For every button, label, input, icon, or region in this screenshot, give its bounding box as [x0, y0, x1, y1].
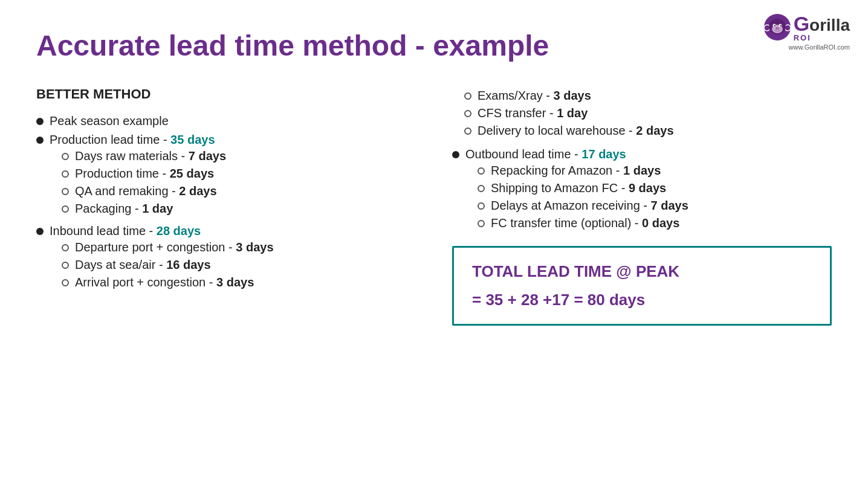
sub-item-text: Exams/Xray - 3 days — [478, 89, 591, 103]
sub-list-item: FC transfer time (optional) - 0 days — [478, 216, 832, 230]
sub-value: 1 days — [623, 164, 661, 177]
sub-item-text: Shipping to Amazon FC - 9 days — [491, 181, 666, 195]
circle-icon — [62, 153, 69, 160]
sub-value: 16 days — [166, 258, 210, 271]
sub-item-text: Days raw materials - 7 days — [75, 149, 226, 163]
sub-item-text: QA and remaking - 2 days — [75, 184, 217, 198]
main-list: Peak season example Production lead time… — [36, 114, 416, 293]
inbound-continued-list: Exams/Xray - 3 days CFS transfer - 1 day… — [464, 89, 832, 138]
sub-list: Repacking for Amazon - 1 days Shipping t… — [478, 164, 832, 230]
sub-value: 7 days — [651, 199, 688, 212]
circle-icon — [478, 167, 485, 175]
total-box-formula: = 35 + 28 +17 = 80 days — [472, 291, 812, 309]
bullet-icon — [36, 137, 44, 144]
sub-item-text: Delays at Amazon receiving - 7 days — [491, 199, 688, 213]
sub-list-item: Packaging - 1 day — [62, 202, 416, 216]
logo-roi: ROI — [794, 33, 811, 42]
sub-list: Departure port + congestion - 3 days Day… — [62, 240, 416, 289]
sub-list-item: Shipping to Amazon FC - 9 days — [478, 181, 832, 195]
sub-value: 3 days — [216, 276, 254, 289]
sub-list-item: Production time - 25 days — [62, 167, 416, 181]
right-column: Exams/Xray - 3 days CFS transfer - 1 day… — [452, 86, 832, 326]
circle-icon — [62, 205, 69, 213]
svg-point-7 — [774, 25, 775, 26]
item-text: Peak season example — [50, 114, 416, 128]
logo-url: www.GorillaROI.com — [789, 44, 850, 51]
sub-value: 7 days — [189, 149, 226, 163]
total-box-title: TOTAL LEAD TIME @ PEAK — [472, 262, 812, 281]
logo-text: G orilla — [794, 12, 850, 36]
sub-list-item: Days raw materials - 7 days — [62, 149, 416, 163]
list-item: Outbound lead time - 17 days Repacking f… — [452, 147, 832, 234]
list-item: Peak season example — [36, 114, 416, 128]
sub-item-text: Repacking for Amazon - 1 days — [491, 164, 661, 178]
sub-list-item: Departure port + congestion - 3 days — [62, 240, 416, 254]
sub-list-item: Exams/Xray - 3 days — [464, 89, 832, 103]
sub-item-text: Packaging - 1 day — [75, 202, 173, 216]
logo-area: G orilla ROI www.GorillaROI.com — [763, 12, 850, 51]
left-column: BETTER METHOD Peak season example Produc… — [36, 86, 416, 326]
sub-list: Days raw materials - 7 days Production t… — [62, 149, 416, 216]
sub-value: 25 days — [170, 167, 214, 180]
sub-value: 3 days — [236, 240, 273, 254]
circle-icon — [464, 92, 471, 100]
page-title: Accurate lead time method - example — [36, 30, 832, 62]
circle-icon — [62, 279, 69, 286]
sub-list-item: Arrival port + congestion - 3 days — [62, 276, 416, 289]
circle-icon — [478, 220, 485, 227]
bullet-icon — [36, 118, 44, 125]
bullet-icon — [36, 228, 44, 235]
value-bold: 28 days — [157, 224, 201, 237]
circle-icon — [62, 170, 69, 178]
item-text: Outbound lead time - 17 days Repacking f… — [465, 147, 832, 234]
sub-item-text: Arrival port + congestion - 3 days — [75, 276, 254, 289]
sub-item-text: CFS transfer - 1 day — [478, 106, 588, 120]
content-grid: BETTER METHOD Peak season example Produc… — [36, 86, 832, 326]
gorilla-icon — [763, 13, 791, 41]
svg-point-8 — [780, 25, 781, 26]
sub-list-item: Delays at Amazon receiving - 7 days — [478, 199, 832, 213]
sub-value: 1 day — [142, 202, 173, 215]
circle-icon — [478, 202, 485, 210]
section-title: BETTER METHOD — [36, 86, 416, 102]
value-bold: 17 days — [581, 147, 626, 161]
list-item: Inbound lead time - 28 days Departure po… — [36, 224, 416, 293]
circle-icon — [478, 185, 485, 192]
logo-top: G orilla ROI — [763, 12, 850, 42]
sub-list-item: Days at sea/air - 16 days — [62, 258, 416, 272]
sub-list-item: Delivery to local warehouse - 2 days — [464, 124, 832, 138]
sub-list-item: CFS transfer - 1 day — [464, 106, 832, 120]
sub-item-text: Delivery to local warehouse - 2 days — [478, 124, 674, 138]
svg-point-9 — [776, 27, 779, 30]
sub-value: 3 days — [554, 89, 591, 102]
sub-list-item: Repacking for Amazon - 1 days — [478, 164, 832, 178]
sub-item-text: Production time - 25 days — [75, 167, 214, 181]
circle-icon — [62, 262, 69, 269]
sub-value: 2 days — [179, 184, 216, 198]
circle-icon — [464, 127, 471, 135]
sub-item-text: Departure port + congestion - 3 days — [75, 240, 274, 254]
sub-item-text: Days at sea/air - 16 days — [75, 258, 211, 272]
circle-icon — [62, 244, 69, 251]
circle-icon — [464, 110, 471, 117]
sub-value: 0 days — [642, 216, 679, 230]
item-text: Production lead time - 35 days Days raw … — [50, 133, 416, 219]
bullet-icon — [452, 151, 459, 158]
item-text: Inbound lead time - 28 days Departure po… — [50, 224, 416, 293]
value-bold: 35 days — [170, 133, 215, 146]
total-box: TOTAL LEAD TIME @ PEAK = 35 + 28 +17 = 8… — [452, 246, 832, 326]
list-item: Production lead time - 35 days Days raw … — [36, 133, 416, 219]
sub-value: 2 days — [636, 124, 673, 137]
logo-wrapper: G orilla ROI www.GorillaROI.com — [763, 12, 850, 51]
sub-value: 9 days — [629, 181, 666, 195]
outbound-list: Outbound lead time - 17 days Repacking f… — [452, 147, 832, 234]
circle-icon — [62, 188, 69, 195]
sub-item-text: FC transfer time (optional) - 0 days — [491, 216, 679, 230]
sub-list-item: QA and remaking - 2 days — [62, 184, 416, 198]
sub-value: 1 day — [557, 106, 588, 120]
